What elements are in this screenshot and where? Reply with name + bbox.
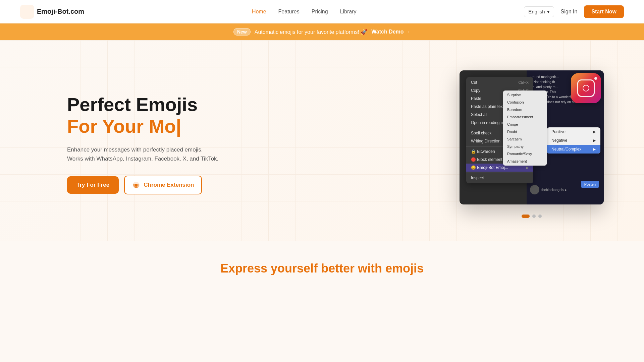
chrome-ext-label: Chrome Extension bbox=[144, 182, 194, 188]
logo[interactable]: 🤖 Emoji-Bot.com bbox=[20, 5, 84, 19]
express-title: Express yourself better with emojis bbox=[0, 241, 644, 282]
nav-right: English ▾ Sign In Start Now bbox=[524, 5, 624, 18]
emoji-positive: Positive▶ bbox=[547, 127, 600, 136]
avatar-small bbox=[530, 185, 539, 194]
nav-home[interactable]: Home bbox=[252, 9, 266, 15]
emotion-doubt: Doubt bbox=[503, 128, 547, 135]
emoji-panel: Positive▶ Negative▶ Neutral/Complex▶ bbox=[547, 127, 600, 154]
express-title-text: Express yourself better with bbox=[220, 261, 385, 275]
emotion-embarrassment: Embarrassment bbox=[503, 113, 547, 121]
nav-links: Home Features Pricing Library bbox=[252, 9, 357, 15]
instagram-inner-ring bbox=[577, 79, 595, 97]
instagram-lens bbox=[583, 85, 589, 92]
watch-demo-link[interactable]: Watch Demo → bbox=[371, 29, 411, 35]
banner-text: Automatic emojis for your favorite platf… bbox=[255, 29, 368, 35]
emotion-amazement: Amazement bbox=[503, 158, 547, 165]
hero-left: Perfect Emojis For Your Mo| Enhance your… bbox=[67, 94, 235, 194]
emotion-sarcasm: Sarcasm bbox=[503, 135, 547, 143]
nav-features[interactable]: Features bbox=[278, 9, 300, 15]
carousel-dot-1[interactable] bbox=[522, 215, 530, 218]
express-section: Express yourself better with emojis bbox=[0, 241, 644, 296]
hero-title-line2: For Your Mo| bbox=[67, 116, 235, 137]
hero-description: Enhance your messages with perfectly pla… bbox=[67, 145, 235, 163]
emoji-neutral-complex: Neutral/Complex▶ bbox=[547, 145, 600, 154]
nav-library[interactable]: Library bbox=[340, 9, 357, 15]
hero-right: ur und mariagorb... ir Not drinking th g… bbox=[460, 70, 604, 218]
chrome-extension-button[interactable]: Chrome Extension bbox=[124, 176, 202, 194]
logo-text: Emoji-Bot.com bbox=[37, 8, 84, 15]
new-badge: New bbox=[233, 28, 251, 36]
announcement-banner: New Automatic emojis for your favorite p… bbox=[0, 23, 644, 40]
emotions-submenu: Surprise Confusion Boredom Embarrassment… bbox=[503, 90, 547, 166]
navbar: 🤖 Emoji-Bot.com Home Features Pricing Li… bbox=[0, 0, 644, 23]
svg-rect-0 bbox=[20, 5, 34, 19]
chrome-icon bbox=[132, 181, 140, 189]
emotion-romantic: Romantic/Sexy bbox=[503, 150, 547, 158]
ctx-inspect: Inspect bbox=[466, 174, 533, 182]
express-title-emojis: emojis bbox=[385, 261, 424, 275]
emotion-sympathy: Sympathy bbox=[503, 143, 547, 150]
emotion-cringe: Cringe bbox=[503, 121, 547, 128]
carousel-dot-3[interactable] bbox=[538, 215, 542, 218]
instagram-corner-dot bbox=[594, 77, 597, 80]
carousel-dots bbox=[460, 215, 604, 218]
post-username: theblackangels ● bbox=[541, 188, 567, 192]
start-now-button[interactable]: Start Now bbox=[584, 5, 624, 18]
try-free-button[interactable]: Try For Free bbox=[67, 176, 119, 194]
carousel-dot-2[interactable] bbox=[532, 215, 536, 218]
emotion-confusion: Confusion bbox=[503, 99, 547, 106]
instagram-icon bbox=[571, 73, 601, 103]
ctx-divider3 bbox=[466, 173, 533, 173]
language-label: English bbox=[528, 9, 545, 14]
language-selector[interactable]: English ▾ bbox=[524, 6, 554, 17]
emoji-negative: Negative▶ bbox=[547, 136, 600, 145]
hero-section: Perfect Emojis For Your Mo| Enhance your… bbox=[0, 40, 644, 241]
sign-in-button[interactable]: Sign In bbox=[561, 9, 578, 15]
mockup-container: ur und mariagorb... ir Not drinking th g… bbox=[460, 70, 604, 208]
post-bottom: theblackangels ● bbox=[530, 185, 600, 194]
hero-title-line1: Perfect Emojis bbox=[67, 94, 235, 115]
logo-icon: 🤖 bbox=[20, 5, 34, 19]
nav-pricing[interactable]: Pricing bbox=[312, 9, 328, 15]
hero-buttons: Try For Free Chrome Extension bbox=[67, 176, 235, 194]
emotion-surprise: Surprise bbox=[503, 91, 547, 99]
browser-mockup: ur und mariagorb... ir Not drinking th g… bbox=[460, 70, 604, 204]
chevron-down-icon: ▾ bbox=[547, 9, 550, 15]
emotion-boredom: Boredom bbox=[503, 106, 547, 113]
ctx-cut: CutCtrl+X bbox=[466, 78, 533, 86]
